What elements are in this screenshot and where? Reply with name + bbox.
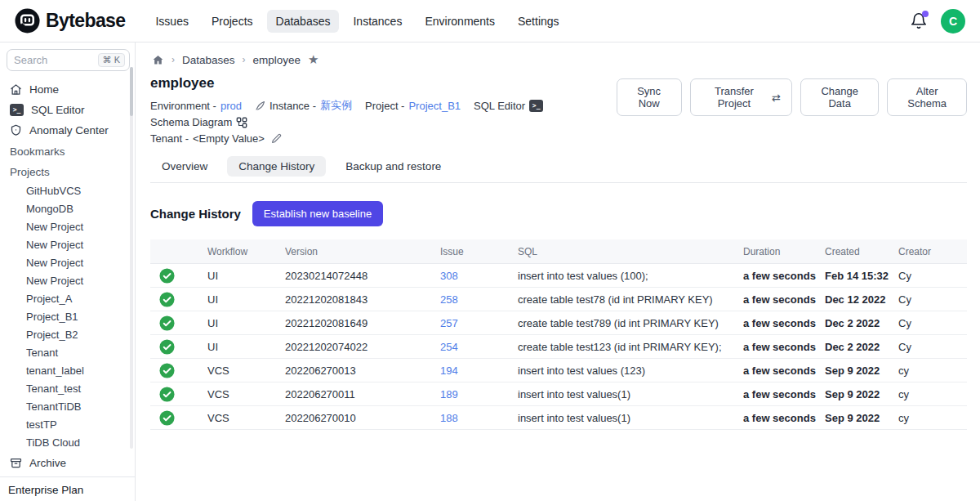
- button-label: Alter Schema: [898, 85, 956, 110]
- sidebar-project-new-project-1[interactable]: New Project: [7, 217, 130, 235]
- bytebase-logo[interactable]: Bytebase: [15, 8, 125, 34]
- tab-overview[interactable]: Overview: [150, 156, 219, 177]
- search-input[interactable]: [14, 54, 79, 66]
- table-row[interactable]: UI 20221202081649 257 create table test7…: [150, 311, 967, 335]
- transfer-project-button[interactable]: Transfer Project⇄: [690, 78, 792, 116]
- alter-schema-button[interactable]: Alter Schema: [887, 78, 967, 116]
- sidebar-project-githubvcs[interactable]: GitHubVCS: [7, 181, 130, 199]
- project-link[interactable]: Project_B1: [408, 100, 461, 112]
- page-title: employee: [150, 75, 617, 92]
- issue-link[interactable]: 189: [440, 388, 518, 400]
- user-avatar[interactable]: C: [941, 9, 965, 34]
- sidebar-item-archive[interactable]: Archive: [7, 453, 130, 473]
- environment-link[interactable]: prod: [220, 100, 242, 112]
- nav-issues[interactable]: Issues: [146, 10, 197, 33]
- issue-link[interactable]: 254: [440, 341, 518, 353]
- cell-workflow: VCS: [207, 365, 285, 377]
- sidebar-project-tenant[interactable]: Tenant: [7, 343, 130, 361]
- table-row[interactable]: VCS 202206270010 188 insert into test va…: [150, 406, 967, 430]
- issue-link[interactable]: 257: [440, 317, 518, 329]
- change-data-button[interactable]: Change Data: [800, 78, 879, 116]
- success-check-icon: [159, 410, 175, 426]
- cell-version: 202206270013: [285, 365, 440, 377]
- issue-link[interactable]: 194: [440, 365, 518, 377]
- column-header-workflow: Workflow: [207, 246, 285, 257]
- nav-environments[interactable]: Environments: [416, 10, 504, 33]
- meta-schema-diagram[interactable]: Schema Diagram: [150, 116, 247, 128]
- sidebar-project-tidb-cloud[interactable]: TiDB Cloud: [7, 433, 130, 451]
- cell-duration: a few seconds: [743, 270, 825, 282]
- favorite-star-icon[interactable]: ★: [308, 52, 318, 67]
- breadcrumb-employee[interactable]: employee: [253, 54, 301, 66]
- meta-sql-editor[interactable]: SQL Editor >_: [474, 100, 543, 112]
- sidebar-project-project-b1[interactable]: Project_B1: [7, 307, 130, 325]
- sidebar-project-tenanttidb[interactable]: TenantTiDB: [7, 397, 130, 415]
- breadcrumb-databases[interactable]: Databases: [182, 54, 235, 66]
- cell-duration: a few seconds: [743, 412, 825, 424]
- cell-created: Dec 2 2022: [825, 341, 898, 353]
- search-shortcut-kbd: ⌘ K: [98, 53, 125, 67]
- search-box[interactable]: ⌘ K: [7, 49, 130, 71]
- sidebar-project-project-b2[interactable]: Project_B2: [7, 325, 130, 343]
- issue-link[interactable]: 258: [440, 293, 518, 306]
- plan-label[interactable]: Enterprise Plan: [7, 477, 130, 501]
- sidebar-item-anomaly-center[interactable]: Anomaly Center: [7, 120, 130, 141]
- nav-projects[interactable]: Projects: [203, 10, 262, 33]
- column-header-version: Version: [285, 246, 440, 257]
- sidebar-project-new-project-2[interactable]: New Project: [7, 235, 130, 253]
- sidebar-project-tenant-label[interactable]: tenant_label: [7, 361, 130, 379]
- section-title: Change History: [150, 207, 241, 221]
- success-check-icon: [159, 315, 175, 331]
- cell-version: 20221202081649: [285, 317, 440, 329]
- table-header-row: Workflow Version Issue SQL Duration Crea…: [150, 239, 967, 264]
- button-label: Sync Now: [628, 85, 670, 110]
- column-header-created: Created: [825, 246, 898, 257]
- sync-now-button[interactable]: Sync Now: [617, 78, 682, 116]
- sidebar-item-home[interactable]: Home: [7, 79, 130, 100]
- table-row[interactable]: VCS 202206270011 189 insert into test va…: [150, 382, 967, 406]
- meta-environment: Environment - prod: [150, 100, 242, 112]
- nav-settings[interactable]: Settings: [509, 10, 568, 33]
- bytebase-logo-icon: [15, 8, 40, 34]
- cell-sql: create table test78 (id int PRIMARY KEY): [518, 293, 743, 306]
- sidebar-project-mongodb[interactable]: MongoDB: [7, 199, 130, 217]
- cell-duration: a few seconds: [743, 293, 825, 306]
- sidebar-nav: Home >_ SQL Editor Anomaly Center: [7, 79, 130, 141]
- database-meta-line2: Tenant - <Empty Value>: [150, 132, 617, 145]
- tab-backup-and-restore[interactable]: Backup and restore: [334, 156, 452, 177]
- cell-sql: create table test789 (id int PRIMARY KEY…: [518, 317, 743, 329]
- sidebar-scrollbar-thumb[interactable]: [130, 67, 133, 116]
- issue-link[interactable]: 308: [440, 270, 518, 282]
- sidebar-project-new-project-3[interactable]: New Project: [7, 253, 130, 271]
- sidebar-project-project-a[interactable]: Project_A: [7, 289, 130, 307]
- breadcrumb-home-icon[interactable]: [152, 54, 164, 66]
- sidebar-section-bookmarks[interactable]: Bookmarks: [7, 141, 130, 161]
- sidebar-item-sql-editor[interactable]: >_ SQL Editor: [7, 100, 130, 120]
- table-row[interactable]: UI 20221202081843 258 create table test7…: [150, 288, 967, 311]
- nav-databases[interactable]: Databases: [267, 10, 340, 33]
- instance-label: Instance -: [270, 100, 316, 112]
- sidebar-section-projects[interactable]: Projects: [7, 161, 130, 181]
- sidebar-project-new-project-4[interactable]: New Project: [7, 271, 130, 289]
- edit-pencil-icon[interactable]: [271, 133, 282, 144]
- cell-creator: Cy: [898, 317, 967, 329]
- instance-link[interactable]: 新实例: [320, 98, 352, 113]
- table-row[interactable]: UI 20230214072448 308 insert into test v…: [150, 264, 967, 288]
- table-row[interactable]: VCS 202206270013 194 insert into test va…: [150, 359, 967, 382]
- schema-diagram-label: Schema Diagram: [150, 116, 232, 128]
- notification-bell-icon[interactable]: [910, 12, 928, 30]
- column-header-issue: Issue: [440, 246, 518, 257]
- sidebar-item-label: SQL Editor: [31, 104, 85, 116]
- sidebar-scrollbar[interactable]: [130, 67, 133, 449]
- issue-link[interactable]: 188: [440, 412, 518, 424]
- change-history-table: Workflow Version Issue SQL Duration Crea…: [150, 239, 967, 430]
- cell-workflow: UI: [207, 293, 285, 306]
- sidebar-project-testtp[interactable]: testTP: [7, 415, 130, 433]
- button-label: Change Data: [812, 85, 867, 110]
- cell-creator: cy: [898, 365, 967, 377]
- table-row[interactable]: UI 20221202074022 254 create table test1…: [150, 335, 967, 359]
- sidebar-project-tenant-test[interactable]: Tenant_test: [7, 379, 130, 397]
- establish-baseline-button[interactable]: Establish new baseline: [252, 201, 383, 226]
- tab-change-history[interactable]: Change History: [227, 156, 326, 177]
- nav-instances[interactable]: Instances: [344, 10, 411, 33]
